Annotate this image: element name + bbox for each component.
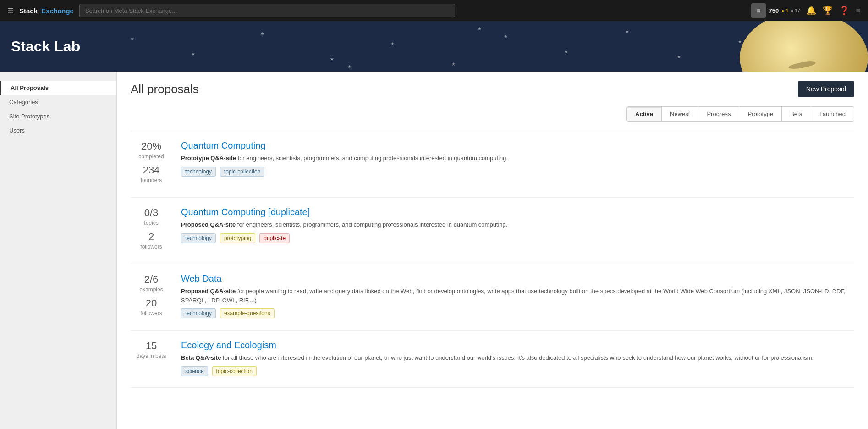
tag[interactable]: prototyping	[220, 233, 255, 243]
rep-number: 750	[769, 7, 779, 14]
proposal-body: Ecology and Ecologism Beta Q&A-site for …	[181, 340, 854, 378]
silver-badge: ● 17	[791, 8, 800, 13]
proposal-desc-rest: for engineers, scientists, programmers, …	[236, 155, 508, 162]
proposal-description: Proposed Q&A-site for people wanting to …	[181, 287, 854, 305]
tag[interactable]: example-questions	[220, 308, 275, 318]
stat-number-1: 15	[131, 340, 172, 352]
main-content: All proposals New Proposal Active Newest…	[117, 72, 868, 429]
stat-block-1: 0/3 topics	[131, 207, 172, 226]
menu-icon[interactable]: ≡	[856, 6, 861, 16]
hamburger-icon[interactable]: ☰	[7, 6, 14, 15]
filter-tab-newest[interactable]: Newest	[662, 107, 698, 121]
inbox-icon[interactable]: 🔔	[806, 6, 816, 16]
sidebar-item-all-proposals[interactable]: All Proposals	[0, 81, 116, 95]
proposal-tags: technology topic-collection	[181, 167, 854, 178]
stat-block-1: 2/6 examples	[131, 273, 172, 293]
stat-block-1: 15 days in beta	[131, 340, 172, 359]
stat-number-2: 234	[131, 164, 172, 176]
proposal-tags: technology example-questions	[181, 308, 854, 320]
tag[interactable]: technology	[181, 308, 216, 318]
proposal-title-link[interactable]: Quantum Computing [duplicate]	[181, 207, 854, 217]
sidebar-item-users[interactable]: Users	[0, 123, 116, 138]
hero-banner: ★ ★ ★ ★ ★ ★ ★ ★ ★ ★ ★ ★ ★ ★ ★ Stack Lab	[0, 21, 868, 72]
sidebar: All Proposals Categories Site Prototypes…	[0, 72, 117, 429]
user-avatar[interactable]: ▦	[751, 3, 766, 18]
stat-label-2: followers	[131, 244, 172, 250]
stat-label-1: topics	[131, 220, 172, 226]
stat-label-2: followers	[131, 310, 172, 317]
proposal-stats: 0/3 topics 2 followers	[131, 207, 181, 255]
proposal-desc-bold: Proposed Q&A-site	[181, 288, 236, 295]
proposal-body: Web Data Proposed Q&A-site for people wa…	[181, 273, 854, 321]
filter-tabs: Active Newest Progress Prototype Beta La…	[626, 106, 854, 122]
proposal-list: 20% completed 234 founders Quantum Compu…	[131, 131, 854, 388]
proposal-body: Quantum Computing Prototype Q&A-site for…	[181, 140, 854, 188]
filter-tab-launched[interactable]: Launched	[811, 107, 854, 121]
stat-label-1: completed	[131, 153, 172, 160]
gold-badge: ● 4	[781, 8, 788, 13]
stat-block-2: 2 followers	[131, 231, 172, 250]
hero-stars: ★ ★ ★ ★ ★ ★ ★ ★ ★ ★ ★ ★ ★ ★ ★	[0, 21, 868, 72]
proposal-item: 20% completed 234 founders Quantum Compu…	[131, 131, 854, 198]
user-reputation: ▦ 750 ● 4 ● 17	[751, 3, 800, 18]
tag[interactable]: science	[181, 366, 208, 376]
hero-planet	[740, 21, 868, 72]
tag[interactable]: topic-collection	[220, 167, 264, 177]
stat-label-1: examples	[131, 286, 172, 293]
proposal-title-link[interactable]: Ecology and Ecologism	[181, 340, 854, 351]
proposal-item: 0/3 topics 2 followers Quantum Computing…	[131, 198, 854, 264]
tag[interactable]: technology	[181, 233, 216, 243]
tag[interactable]: duplicate	[259, 233, 290, 243]
filter-tab-prototype[interactable]: Prototype	[739, 107, 782, 121]
proposal-description: Proposed Q&A-site for engineers, scienti…	[181, 220, 854, 229]
stat-label-2: founders	[131, 177, 172, 184]
stat-block-2: 234 founders	[131, 164, 172, 184]
trophy-icon[interactable]: 🏆	[823, 6, 833, 16]
proposal-description: Beta Q&A-site for all those who are inte…	[181, 353, 854, 362]
proposal-desc-bold: Proposed Q&A-site	[181, 221, 236, 228]
top-navigation: ☰ StackExchange ▦ 750 ● 4 ● 17 🔔 🏆 ❓ ≡	[0, 0, 868, 21]
page-title: All proposals	[131, 82, 199, 96]
sidebar-item-categories[interactable]: Categories	[0, 95, 116, 109]
sidebar-item-site-prototypes[interactable]: Site Prototypes	[0, 109, 116, 123]
filter-tab-active[interactable]: Active	[627, 107, 662, 121]
proposal-stats: 15 days in beta	[131, 340, 181, 378]
proposal-item: 2/6 examples 20 followers Web Data Propo…	[131, 264, 854, 331]
brand-logo[interactable]: StackExchange	[19, 7, 74, 15]
proposal-description: Prototype Q&A-site for engineers, scient…	[181, 154, 854, 163]
proposal-body: Quantum Computing [duplicate] Proposed Q…	[181, 207, 854, 255]
hero-title: Stack Lab	[11, 38, 80, 55]
stat-block-2: 20 followers	[131, 297, 172, 317]
brand-exchange-text: Exchange	[41, 7, 74, 15]
help-icon[interactable]: ❓	[839, 6, 849, 16]
proposal-item: 15 days in beta Ecology and Ecologism Be…	[131, 331, 854, 388]
tag[interactable]: technology	[181, 167, 216, 177]
stat-label-1: days in beta	[131, 353, 172, 359]
new-proposal-button[interactable]: New Proposal	[798, 81, 854, 97]
proposal-desc-bold: Beta Q&A-site	[181, 354, 221, 361]
filter-tab-progress[interactable]: Progress	[698, 107, 739, 121]
filter-tab-beta[interactable]: Beta	[782, 107, 811, 121]
stat-number-1: 0/3	[131, 207, 172, 219]
proposal-tags: science topic-collection	[181, 366, 854, 378]
main-layout: All Proposals Categories Site Prototypes…	[0, 72, 868, 429]
search-input[interactable]	[79, 4, 455, 17]
proposal-desc-bold: Prototype Q&A-site	[181, 155, 236, 162]
content-header: All proposals New Proposal	[131, 81, 854, 97]
proposal-title-link[interactable]: Quantum Computing	[181, 140, 854, 151]
proposal-stats: 2/6 examples 20 followers	[131, 273, 181, 321]
stat-number-1: 20%	[131, 140, 172, 152]
stat-number-2: 20	[131, 297, 172, 309]
brand-stack-text: Stack	[19, 7, 38, 15]
tag[interactable]: topic-collection	[212, 366, 257, 376]
proposal-title-link[interactable]: Web Data	[181, 273, 854, 284]
stat-number-1: 2/6	[131, 273, 172, 285]
proposal-desc-rest: for all those who are interested in the …	[221, 354, 813, 361]
proposal-tags: technology prototyping duplicate	[181, 233, 854, 245]
proposal-stats: 20% completed 234 founders	[131, 140, 181, 188]
stat-number-2: 2	[131, 231, 172, 243]
nav-right: ▦ 750 ● 4 ● 17 🔔 🏆 ❓ ≡	[751, 3, 861, 18]
proposal-desc-rest: for engineers, scientists, programmers, …	[236, 221, 507, 228]
proposal-desc-rest: for people wanting to read, write and qu…	[181, 288, 846, 304]
stat-block-1: 20% completed	[131, 140, 172, 160]
